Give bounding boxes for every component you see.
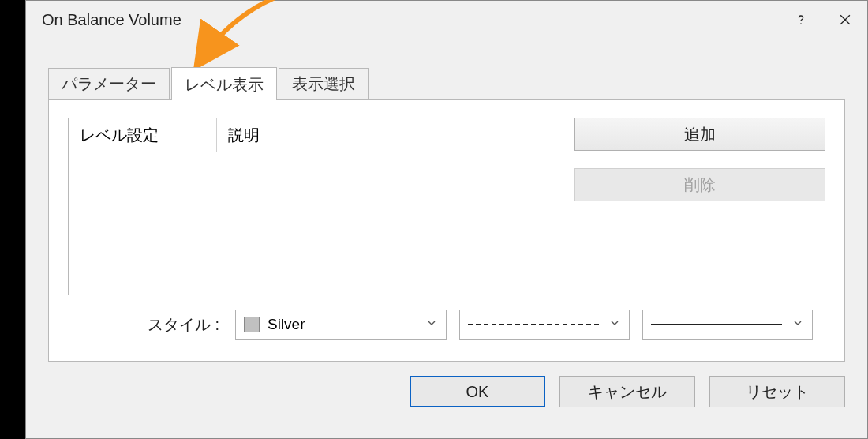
side-buttons: 追加 削除 [574, 118, 825, 201]
button-label: リセット [746, 381, 809, 403]
line-style-combo[interactable] [459, 310, 630, 340]
button-label: 追加 [684, 124, 716, 145]
tab-label: レベル表示 [185, 76, 264, 93]
color-name: Silver [268, 316, 305, 333]
reset-button[interactable]: リセット [709, 376, 845, 407]
chevron-down-icon [791, 316, 804, 333]
chevron-down-icon [608, 316, 621, 333]
level-col-header-desc: 説明 [217, 118, 552, 152]
style-row: スタイル : Silver [68, 310, 825, 340]
tab-display-select[interactable]: 表示選択 [279, 68, 369, 99]
panel-row: レベル設定 説明 追加 削除 [68, 118, 825, 295]
level-table-header: レベル設定 説明 [69, 118, 552, 152]
line-width-combo[interactable] [642, 310, 813, 340]
window-title: On Balance Volume [42, 11, 181, 29]
dashed-line-icon [468, 324, 599, 325]
delete-button: 削除 [574, 168, 825, 201]
svg-point-0 [800, 23, 802, 24]
color-combo[interactable]: Silver [235, 310, 447, 340]
button-label: OK [466, 383, 489, 401]
chevron-down-icon [425, 316, 438, 333]
close-icon[interactable] [823, 1, 867, 39]
dialog-window: On Balance Volume パラメーター [25, 0, 868, 439]
title-bar: On Balance Volume [26, 1, 867, 39]
color-swatch [244, 317, 260, 332]
tab-parameters[interactable]: パラメーター [48, 68, 170, 99]
dialog-footer: OK キャンセル リセット [26, 362, 867, 407]
button-label: 削除 [684, 174, 716, 196]
level-col-header-level: レベル設定 [69, 118, 217, 152]
level-table[interactable]: レベル設定 説明 [68, 118, 552, 295]
cancel-button[interactable]: キャンセル [559, 376, 695, 407]
tab-strip: パラメーター レベル表示 表示選択 [26, 67, 867, 99]
help-icon[interactable] [779, 1, 823, 39]
add-button[interactable]: 追加 [574, 118, 825, 151]
ok-button[interactable]: OK [410, 376, 545, 407]
tab-levels[interactable]: レベル表示 [171, 67, 277, 100]
tab-panel-levels: レベル設定 説明 追加 削除 スタイル : Silver [48, 99, 845, 362]
button-label: キャンセル [588, 381, 667, 403]
tab-label: パラメーター [62, 75, 156, 92]
solid-line-icon [651, 324, 782, 325]
style-label: スタイル : [68, 314, 223, 336]
tab-label: 表示選択 [292, 75, 355, 92]
